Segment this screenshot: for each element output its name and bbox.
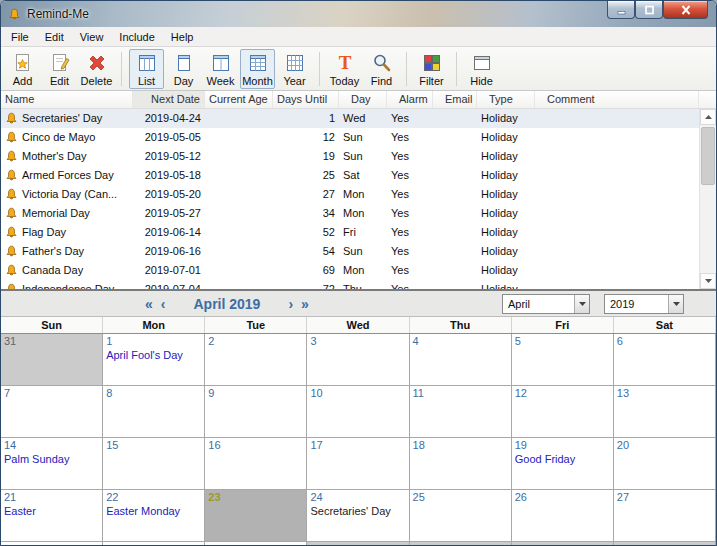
- toolbar-button-label: Today: [330, 75, 359, 87]
- toolbar-hide-button[interactable]: Hide: [464, 49, 499, 89]
- toolbar-edit-button[interactable]: Edit: [42, 49, 77, 89]
- minimize-button[interactable]: [607, 1, 635, 19]
- calendar-cell-17[interactable]: 17: [307, 438, 409, 490]
- calendar-cell-1[interactable]: 1: [307, 542, 409, 546]
- calendar-cell-31[interactable]: 31: [1, 334, 103, 386]
- toolbar-week-button[interactable]: Week: [203, 49, 238, 89]
- year-dropdown[interactable]: 2019: [604, 294, 684, 314]
- month-dropdown-arrow-icon[interactable]: [574, 295, 589, 313]
- calendar-cell-24[interactable]: 24Secretaries' Day: [307, 490, 409, 542]
- toolbar-delete-button[interactable]: Delete: [79, 49, 114, 89]
- calendar-cell-4[interactable]: 4: [614, 542, 716, 546]
- year-dropdown-arrow-icon[interactable]: [668, 295, 683, 313]
- table-row[interactable]: Mother's Day2019-05-1219SunYesHoliday: [1, 147, 699, 166]
- calendar-cell-8[interactable]: 8: [103, 386, 205, 438]
- cell-date-number: 1: [106, 335, 201, 348]
- calendar-cell-20[interactable]: 20: [614, 438, 716, 490]
- column-header-email[interactable]: Email: [433, 91, 477, 108]
- column-header-day[interactable]: Day: [339, 91, 387, 108]
- table-row[interactable]: Memorial Day2019-05-2734MonYesHoliday: [1, 204, 699, 223]
- month-dropdown[interactable]: April: [502, 294, 590, 314]
- close-button[interactable]: [663, 1, 708, 19]
- weekday-tue: Tue: [205, 317, 307, 333]
- scroll-up-button[interactable]: [700, 109, 716, 125]
- toolbar-filter-button[interactable]: Filter: [414, 49, 449, 89]
- menu-view[interactable]: View: [72, 29, 112, 45]
- calendar-cell-16[interactable]: 16: [205, 438, 307, 490]
- toolbar-add-button[interactable]: Add: [5, 49, 40, 89]
- table-row[interactable]: Secretaries' Day2019-04-241WedYesHoliday: [1, 109, 699, 128]
- column-header-days_until[interactable]: Days Until: [273, 91, 339, 108]
- menu-help[interactable]: Help: [163, 29, 202, 45]
- menu-include[interactable]: Include: [111, 29, 162, 45]
- vertical-scrollbar[interactable]: [699, 109, 716, 289]
- toolbar-day-button[interactable]: Day: [166, 49, 201, 89]
- table-row[interactable]: Father's Day2019-06-1654SunYesHoliday: [1, 242, 699, 261]
- calendar-cell-11[interactable]: 11: [410, 386, 512, 438]
- last-month-button[interactable]: »: [297, 292, 313, 316]
- table-row[interactable]: Independence Day2019-07-0472ThuYesHolida…: [1, 280, 699, 289]
- calendar-cell-9[interactable]: 9: [205, 386, 307, 438]
- calendar-cell-25[interactable]: 25: [410, 490, 512, 542]
- column-header-alarm[interactable]: Alarm: [387, 91, 433, 108]
- maximize-button[interactable]: [635, 1, 663, 19]
- toolbar-today-button[interactable]: TToday: [327, 49, 362, 89]
- calendar-cell-6[interactable]: 6: [614, 334, 716, 386]
- table-row[interactable]: Victoria Day (Can...2019-05-2027MonYesHo…: [1, 185, 699, 204]
- toolbar-list-button[interactable]: List: [129, 49, 164, 89]
- calendar-cell-22[interactable]: 22Easter Monday: [103, 490, 205, 542]
- column-header-type[interactable]: Type: [477, 91, 535, 108]
- toolbar-year-button[interactable]: Year: [277, 49, 312, 89]
- calendar-cell-2[interactable]: 2: [410, 542, 512, 546]
- svg-text:T: T: [338, 52, 351, 73]
- calendar-cell-7[interactable]: 7: [1, 386, 103, 438]
- calendar-cell-4[interactable]: 4: [410, 334, 512, 386]
- calendar-cell-2[interactable]: 2: [205, 334, 307, 386]
- calendar-cell-27[interactable]: 27: [614, 490, 716, 542]
- calendar-cell-3[interactable]: 3: [307, 334, 409, 386]
- calendar-cell-14[interactable]: 14Palm Sunday: [1, 438, 103, 490]
- cell-days_until: 25: [273, 166, 339, 185]
- menu-edit[interactable]: Edit: [37, 29, 72, 45]
- toolbar-find-button[interactable]: Find: [364, 49, 399, 89]
- menu-file[interactable]: File: [3, 29, 37, 45]
- column-header-current_age[interactable]: Current Age: [205, 91, 273, 108]
- calendar-cell-15[interactable]: 15: [103, 438, 205, 490]
- calendar-cell-23[interactable]: 23: [205, 490, 307, 542]
- scroll-thumb[interactable]: [701, 127, 715, 185]
- reminder-bell-icon: [5, 131, 18, 144]
- find-icon: [370, 51, 394, 75]
- calendar-cell-10[interactable]: 10: [307, 386, 409, 438]
- calendar-cell-13[interactable]: 13: [614, 386, 716, 438]
- reminder-name: Cinco de Mayo: [22, 128, 95, 147]
- column-header-comment[interactable]: Comment: [535, 91, 699, 108]
- first-month-button[interactable]: «: [141, 292, 157, 316]
- column-header-next_date[interactable]: Next Date: [133, 91, 205, 108]
- calendar-cell-21[interactable]: 21Easter: [1, 490, 103, 542]
- calendar-cell-28[interactable]: 28: [1, 542, 103, 546]
- weekday-mon: Mon: [103, 317, 205, 333]
- calendar-cell-1[interactable]: 1April Fool's Day: [103, 334, 205, 386]
- table-row[interactable]: Armed Forces Day2019-05-1825SatYesHolida…: [1, 166, 699, 185]
- calendar-cell-5[interactable]: 5: [512, 334, 614, 386]
- reminder-name: Flag Day: [22, 223, 66, 242]
- calendar-cell-18[interactable]: 18: [410, 438, 512, 490]
- calendar-cell-3[interactable]: 3: [512, 542, 614, 546]
- prev-month-button[interactable]: ‹: [157, 292, 170, 316]
- cell-current_age: [205, 166, 273, 185]
- table-row[interactable]: Canada Day2019-07-0169MonYesHoliday: [1, 261, 699, 280]
- calendar-cell-29[interactable]: 29: [103, 542, 205, 546]
- calendar-cell-26[interactable]: 26: [512, 490, 614, 542]
- titlebar[interactable]: Remind-Me: [1, 1, 716, 27]
- calendar-cell-19[interactable]: 19Good Friday: [512, 438, 614, 490]
- calendar-cell-30[interactable]: 30: [205, 542, 307, 546]
- scroll-down-button[interactable]: [700, 273, 716, 289]
- table-row[interactable]: Flag Day2019-06-1452FriYesHoliday: [1, 223, 699, 242]
- next-month-button[interactable]: ›: [284, 292, 297, 316]
- cell-next_date: 2019-05-18: [133, 166, 205, 185]
- toolbar-month-button[interactable]: Month: [240, 49, 275, 89]
- column-header-name[interactable]: Name: [1, 91, 133, 108]
- cell-day: Mon: [339, 185, 387, 204]
- table-row[interactable]: Cinco de Mayo2019-05-0512SunYesHoliday: [1, 128, 699, 147]
- calendar-cell-12[interactable]: 12: [512, 386, 614, 438]
